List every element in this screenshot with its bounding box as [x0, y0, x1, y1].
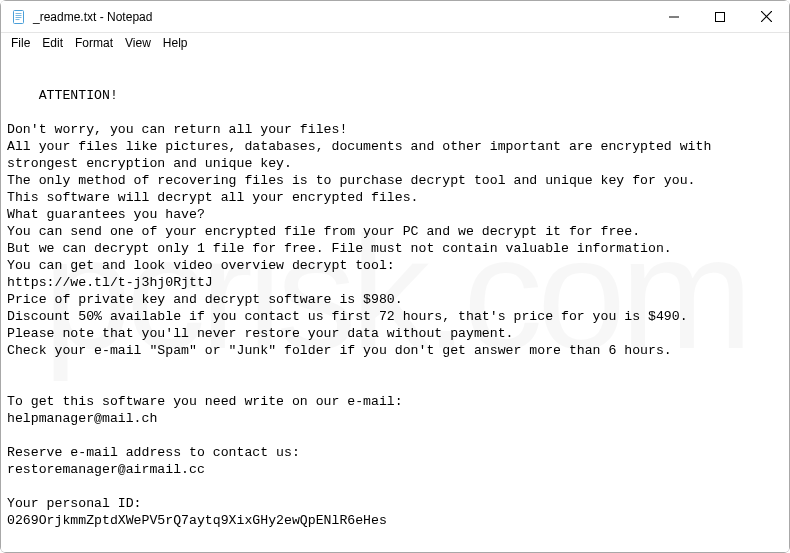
close-button[interactable] [743, 1, 789, 32]
menu-edit[interactable]: Edit [36, 33, 69, 53]
window-controls [651, 1, 789, 32]
maximize-button[interactable] [697, 1, 743, 32]
menu-file[interactable]: File [5, 33, 36, 53]
notepad-window: _readme.txt - Notepad File Edit Format V… [0, 0, 790, 553]
menubar: File Edit Format View Help [1, 33, 789, 53]
menu-format[interactable]: Format [69, 33, 119, 53]
window-title: _readme.txt - Notepad [33, 10, 651, 24]
minimize-button[interactable] [651, 1, 697, 32]
svg-rect-6 [716, 12, 725, 21]
menu-view[interactable]: View [119, 33, 157, 53]
text-area[interactable]: pcrisk.com ATTENTION! Don't worry, you c… [1, 53, 789, 552]
document-body: ATTENTION! Don't worry, you can return a… [7, 88, 719, 528]
titlebar[interactable]: _readme.txt - Notepad [1, 1, 789, 33]
notepad-app-icon [11, 9, 27, 25]
menu-help[interactable]: Help [157, 33, 194, 53]
